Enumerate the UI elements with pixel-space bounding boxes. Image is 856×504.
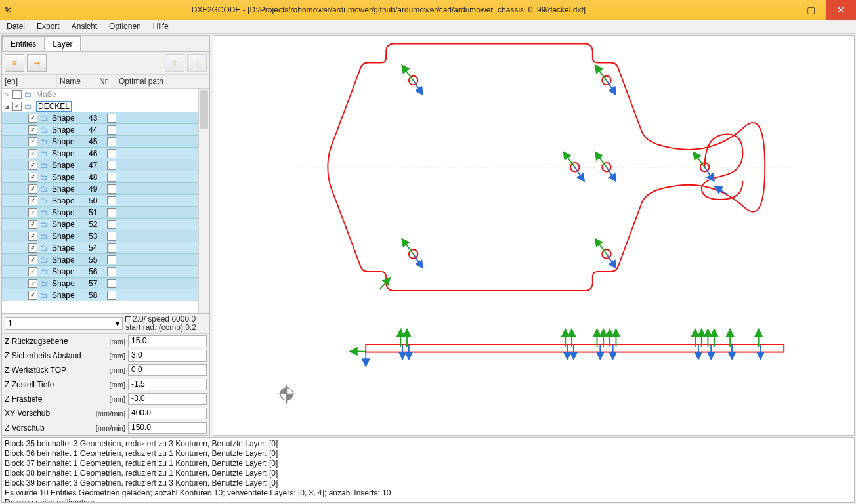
tree-row-shape[interactable]: 🗀 Shape 52 bbox=[2, 219, 209, 230]
menu-datei[interactable]: Datei bbox=[7, 22, 25, 32]
optimal-checkbox[interactable] bbox=[107, 161, 116, 170]
optimal-checkbox[interactable] bbox=[107, 255, 116, 264]
checkbox[interactable] bbox=[12, 90, 22, 99]
tree-row-shape[interactable]: 🗀 Shape 57 bbox=[2, 278, 209, 289]
title-bar: 🛠 DXF2GCODE - [D:/Projects/robomower/ard… bbox=[0, 0, 856, 20]
param-row: Z Rückzugsebene [mm] 15.0 bbox=[2, 334, 209, 348]
minimize-button[interactable]: — bbox=[765, 0, 796, 20]
checkbox[interactable] bbox=[28, 173, 37, 182]
checkbox[interactable] bbox=[28, 161, 37, 170]
optimal-checkbox[interactable] bbox=[107, 267, 116, 276]
optimal-checkbox[interactable] bbox=[107, 137, 116, 146]
folder-icon: 🗀 bbox=[40, 291, 52, 300]
tab-layer[interactable]: Layer bbox=[44, 36, 81, 51]
param-value[interactable]: 3.0 bbox=[128, 350, 207, 362]
tab-entities[interactable]: Entities bbox=[2, 36, 45, 51]
optimal-checkbox[interactable] bbox=[107, 149, 116, 158]
menu-optionen[interactable]: Optionen bbox=[109, 22, 141, 32]
checkbox[interactable] bbox=[28, 279, 37, 288]
tree-row-deckel[interactable]: ◢ 🗀 DECKEL bbox=[2, 100, 209, 112]
tree-row-shape[interactable]: 🗀 Shape 45 bbox=[2, 136, 209, 148]
optimal-checkbox[interactable] bbox=[107, 291, 116, 300]
tree-row-masse[interactable]: ▷ 🗀 Maße bbox=[2, 89, 209, 100]
param-value[interactable]: -1.5 bbox=[128, 379, 207, 390]
toolbar-btn-down[interactable]: ⇩ bbox=[187, 54, 207, 72]
expander-icon[interactable]: ◢ bbox=[5, 103, 12, 110]
drawing-canvas[interactable] bbox=[213, 36, 854, 435]
maximize-button[interactable]: ▢ bbox=[796, 0, 826, 20]
close-button[interactable]: ✕ bbox=[826, 0, 856, 20]
log-line: Block 39 beinhaltet 3 Geometrien, reduzi… bbox=[5, 478, 851, 488]
tree-row-shape[interactable]: 🗀 Shape 49 bbox=[2, 183, 209, 195]
checkbox[interactable] bbox=[28, 196, 37, 205]
svg-line-20 bbox=[695, 154, 704, 167]
layer-tree[interactable]: ▷ 🗀 Maße ◢ 🗀 DECKEL 🗀 Shape 43 🗀 Shape 4… bbox=[2, 89, 209, 313]
param-value[interactable]: 0.0 bbox=[128, 364, 207, 376]
menu-ansicht[interactable]: Ansicht bbox=[72, 22, 97, 32]
checkbox[interactable] bbox=[28, 137, 37, 146]
optimal-checkbox[interactable] bbox=[107, 220, 116, 229]
checkbox[interactable] bbox=[28, 184, 37, 194]
tree-row-shape[interactable]: 🗀 Shape 48 bbox=[2, 171, 209, 183]
folder-icon: 🗀 bbox=[24, 90, 36, 99]
svg-line-8 bbox=[404, 68, 413, 80]
checkbox[interactable] bbox=[28, 220, 37, 229]
menu-export[interactable]: Export bbox=[37, 22, 60, 32]
param-value[interactable]: 15.0 bbox=[128, 335, 207, 347]
checkbox[interactable] bbox=[28, 125, 37, 135]
toolbar-btn-1[interactable]: ≡ bbox=[5, 54, 24, 72]
tree-row-shape[interactable]: 🗀 Shape 50 bbox=[2, 195, 209, 207]
param-selector[interactable]: 1 ▾ bbox=[5, 317, 123, 330]
checkbox[interactable] bbox=[28, 232, 37, 241]
optimal-checkbox[interactable] bbox=[107, 184, 116, 194]
param-value[interactable]: -3.0 bbox=[128, 393, 207, 405]
optimal-checkbox[interactable] bbox=[107, 208, 116, 217]
toolbar-btn-2[interactable]: ⇥ bbox=[27, 54, 47, 72]
expander-icon[interactable]: ▷ bbox=[5, 91, 12, 98]
shape-nr: 56 bbox=[89, 267, 107, 276]
optimal-checkbox[interactable] bbox=[107, 173, 116, 182]
tree-row-shape[interactable]: 🗀 Shape 58 bbox=[2, 289, 209, 301]
checkbox[interactable] bbox=[28, 114, 37, 123]
tree-row-shape[interactable]: 🗀 Shape 44 bbox=[2, 124, 209, 136]
optimal-checkbox[interactable] bbox=[107, 232, 116, 241]
checkbox[interactable] bbox=[28, 267, 37, 276]
shape-nr: 50 bbox=[89, 196, 107, 205]
window-title: DXF2GCODE - [D:/Projects/robomower/ardum… bbox=[12, 5, 765, 14]
param-row: Z Zustell Tiefe [mm] -1.5 bbox=[2, 377, 209, 392]
tree-scrollbar[interactable] bbox=[198, 89, 209, 313]
param-unit: [mm/min] bbox=[91, 424, 125, 432]
scrollbar-thumb[interactable] bbox=[200, 90, 208, 129]
log-panel[interactable]: Block 35 beinhaltet 3 Geometrien, reduzi… bbox=[1, 437, 855, 503]
checkbox[interactable] bbox=[28, 208, 37, 217]
checkbox[interactable] bbox=[12, 102, 22, 111]
tree-row-shape[interactable]: 🗀 Shape 56 bbox=[2, 266, 209, 278]
tree-row-shape[interactable]: 🗀 Shape 55 bbox=[2, 254, 209, 266]
shape-nr: 53 bbox=[89, 232, 107, 241]
param-row: Z Frästiefe [mm] -3.0 bbox=[2, 392, 209, 406]
canvas-viewport[interactable] bbox=[213, 35, 855, 436]
param-value[interactable]: 400.0 bbox=[128, 408, 207, 419]
param-value[interactable]: 150.0 bbox=[128, 422, 207, 434]
tree-row-shape[interactable]: 🗀 Shape 51 bbox=[2, 207, 209, 219]
checkbox[interactable] bbox=[28, 149, 37, 158]
optimal-checkbox[interactable] bbox=[107, 243, 116, 253]
optimal-checkbox[interactable] bbox=[107, 279, 116, 288]
log-line: Block 38 beinhaltet 1 Geometrien, reduzi… bbox=[5, 469, 851, 478]
tree-row-shape[interactable]: 🗀 Shape 54 bbox=[2, 242, 209, 254]
checkbox[interactable] bbox=[28, 291, 37, 300]
tree-row-shape[interactable]: 🗀 Shape 43 bbox=[2, 112, 209, 124]
optimal-checkbox[interactable] bbox=[107, 114, 116, 123]
checkbox[interactable] bbox=[28, 255, 37, 264]
tree-row-shape[interactable]: 🗀 Shape 46 bbox=[2, 148, 209, 159]
optimal-checkbox[interactable] bbox=[107, 196, 116, 205]
toolbar-btn-up[interactable]: ⇧ bbox=[165, 54, 184, 72]
shape-name: Shape bbox=[52, 114, 89, 123]
checkbox[interactable] bbox=[28, 243, 37, 253]
tree-row-shape[interactable]: 🗀 Shape 47 bbox=[2, 159, 209, 171]
optimal-checkbox[interactable] bbox=[107, 125, 116, 135]
tree-row-shape[interactable]: 🗀 Shape 53 bbox=[2, 230, 209, 242]
menu-hilfe[interactable]: Hilfe bbox=[153, 22, 169, 32]
shape-name: Shape bbox=[52, 208, 89, 217]
menu-bar: Datei Export Ansicht Optionen Hilfe bbox=[0, 20, 856, 34]
